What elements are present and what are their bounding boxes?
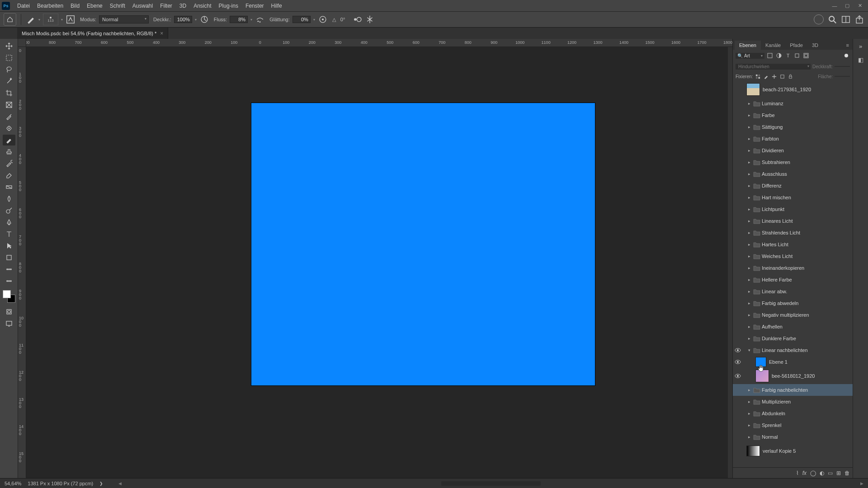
arrange-docs-icon[interactable] xyxy=(841,14,851,24)
flow-input[interactable]: 8% xyxy=(230,16,248,23)
expand-arrow-icon[interactable]: ▸ xyxy=(746,324,752,329)
angle-value[interactable]: 0° xyxy=(340,17,345,22)
layer-group[interactable]: ▸Farbig nachbelichten xyxy=(733,384,853,396)
layer-group[interactable]: ▸Lichtpunkt xyxy=(733,203,853,215)
canvas-viewport[interactable] xyxy=(26,47,728,478)
layer-kind-dropdown[interactable]: 🔍 ▾ xyxy=(736,53,764,59)
foreground-color[interactable] xyxy=(3,290,11,298)
expand-arrow-icon[interactable]: ▸ xyxy=(746,313,752,317)
menu-bearbeiten[interactable]: Bearbeiten xyxy=(33,1,67,11)
smoothing-input[interactable]: 0% xyxy=(292,16,311,23)
stamp-tool[interactable] xyxy=(3,146,15,157)
layer-group[interactable]: ▸Normal xyxy=(733,431,853,443)
menu-auswahl[interactable]: Auswahl xyxy=(129,1,156,11)
timeline-next[interactable]: ▶ xyxy=(860,481,863,486)
expand-arrow-icon[interactable]: ▸ xyxy=(746,301,752,305)
expand-arrow-icon[interactable]: ▸ xyxy=(746,148,752,153)
visibility-toggle[interactable] xyxy=(733,360,743,364)
expand-arrow-icon[interactable]: ▸ xyxy=(746,101,752,106)
canvas[interactable] xyxy=(251,103,595,385)
layer-group[interactable]: ▸Sättigung xyxy=(733,121,853,133)
menu-ebene[interactable]: Ebene xyxy=(83,1,106,11)
menu-schrift[interactable]: Schrift xyxy=(106,1,129,11)
type-tool[interactable] xyxy=(3,229,15,239)
lock-move-icon[interactable] xyxy=(771,73,777,80)
brush-preset-picker[interactable]: 113 xyxy=(43,14,58,25)
link-layers-icon[interactable]: ⌇ xyxy=(796,470,799,476)
layer-row[interactable]: verlauf Kopie 5 xyxy=(733,443,853,459)
delete-layer-icon[interactable]: 🗑 xyxy=(844,470,850,476)
expand-arrow-icon[interactable]: ▾ xyxy=(746,348,752,352)
menu-fenster[interactable]: Fenster xyxy=(242,1,268,11)
expand-arrow-icon[interactable]: ▸ xyxy=(746,113,752,117)
layer-group[interactable]: ▸Subtrahieren xyxy=(733,156,853,168)
layer-group[interactable]: ▸Differenz xyxy=(733,180,853,192)
expand-arrow-icon[interactable]: ▸ xyxy=(746,266,752,270)
layer-group[interactable]: ▸Ausschluss xyxy=(733,168,853,180)
pressure-size-icon[interactable] xyxy=(352,14,362,24)
layer-group[interactable]: ▸Aufhellen xyxy=(733,321,853,333)
new-layer-icon[interactable]: ⊞ xyxy=(836,470,841,476)
visibility-toggle[interactable] xyxy=(733,374,743,378)
minimize-button[interactable]: — xyxy=(828,1,841,10)
marquee-tool[interactable] xyxy=(3,52,15,63)
layer-group[interactable]: ▸Hart mischen xyxy=(733,192,853,203)
screenmode-toggle[interactable] xyxy=(3,318,15,329)
share-icon[interactable] xyxy=(854,14,864,24)
cloud-status-icon[interactable] xyxy=(814,14,824,24)
layer-group[interactable]: ▸Hartes Licht xyxy=(733,239,853,250)
tab-3d[interactable]: 3D xyxy=(807,41,823,50)
menu-3d[interactable]: 3D xyxy=(176,1,190,11)
menu-filter[interactable]: Filter xyxy=(156,1,176,11)
layer-group[interactable]: ▸Farbe xyxy=(733,109,853,121)
filter-shape-icon[interactable] xyxy=(793,52,801,59)
lasso-tool[interactable] xyxy=(3,64,15,75)
layer-group[interactable]: ▸Luminanz xyxy=(733,98,853,109)
layer-group[interactable]: ▾Linear nachbelichten xyxy=(733,344,853,356)
layer-group[interactable]: ▸Linear abw. xyxy=(733,286,853,297)
layer-group[interactable]: ▸Dividieren xyxy=(733,145,853,156)
tab-kanaele[interactable]: Kanäle xyxy=(761,41,785,50)
dodge-tool[interactable] xyxy=(3,205,15,216)
quickmask-toggle[interactable] xyxy=(3,306,15,317)
layer-group[interactable]: ▸Strahlendes Licht xyxy=(733,227,853,239)
brush-tool[interactable] xyxy=(3,135,15,145)
menu-datei[interactable]: Datei xyxy=(14,1,33,11)
more-tools[interactable] xyxy=(3,264,15,275)
dock-color-icon[interactable]: ◧ xyxy=(856,55,865,64)
search-icon[interactable] xyxy=(827,14,837,24)
layer-group[interactable]: ▸Lineares Licht xyxy=(733,215,853,227)
menu-hilfe[interactable]: Hilfe xyxy=(268,1,286,11)
adjustment-icon[interactable]: ◐ xyxy=(820,470,824,476)
smoothing-options-icon[interactable] xyxy=(318,14,328,24)
zoom-level[interactable]: 54,64% xyxy=(5,481,21,486)
menu-bild[interactable]: Bild xyxy=(67,1,83,11)
layer-group[interactable]: ▸Dunklere Farbe xyxy=(733,333,853,344)
symmetry-icon[interactable] xyxy=(365,14,375,24)
lock-all-icon[interactable] xyxy=(787,73,793,80)
layer-row[interactable]: Ebene 1 xyxy=(733,356,853,368)
panel-menu[interactable]: ≡ xyxy=(843,41,853,50)
expand-arrow-icon[interactable]: ▸ xyxy=(746,136,752,141)
pen-tool[interactable] xyxy=(3,217,15,228)
gradient-tool[interactable] xyxy=(3,182,15,192)
expand-arrow-icon[interactable]: ▸ xyxy=(746,172,752,176)
dock-expand-icon[interactable]: » xyxy=(856,42,865,51)
filter-type-icon[interactable]: T xyxy=(784,52,792,59)
layer-group[interactable]: ▸Hellere Farbe xyxy=(733,274,853,286)
fill-value[interactable] xyxy=(835,76,850,77)
blur-tool[interactable] xyxy=(3,193,15,204)
doc-info[interactable]: 1381 Px x 1080 Px (72 ppcm) xyxy=(28,481,93,486)
expand-arrow-icon[interactable]: ▸ xyxy=(746,160,752,164)
menu-ansicht[interactable]: Ansicht xyxy=(190,1,215,11)
crop-tool[interactable] xyxy=(3,88,15,99)
lock-paint-icon[interactable] xyxy=(763,73,769,80)
layer-group[interactable]: ▸Farbton xyxy=(733,133,853,145)
mask-icon[interactable]: ◯ xyxy=(810,470,816,476)
expand-arrow-icon[interactable]: ▸ xyxy=(746,289,752,294)
tab-ebenen[interactable]: Ebenen xyxy=(735,41,761,50)
layer-group[interactable]: ▸Negativ multiplizieren xyxy=(733,309,853,321)
blend-mode-select[interactable]: Hindurchwirken xyxy=(736,64,811,70)
pressure-opacity-icon[interactable] xyxy=(199,14,209,24)
layer-group[interactable]: ▸Weiches Licht xyxy=(733,250,853,262)
